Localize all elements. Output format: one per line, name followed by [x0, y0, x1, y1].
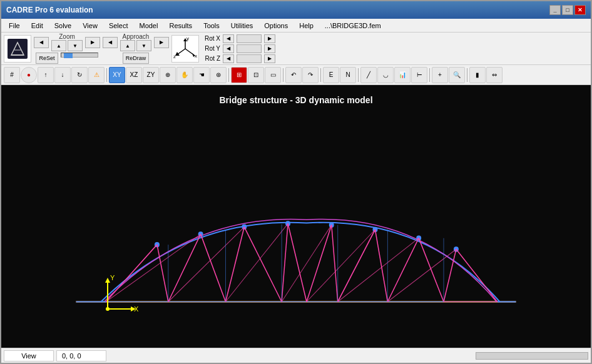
svg-text:Y: Y [110, 274, 115, 281]
title-bar: CADRE Pro 6 evaluation _ □ ✕ [1, 1, 591, 19]
menu-results[interactable]: Results [164, 21, 197, 31]
rot-x-label: Rot X [202, 35, 220, 42]
zoom-next-button[interactable]: ▶ [85, 37, 100, 48]
node-tool-button[interactable]: ⊡ [248, 67, 264, 83]
pan-tool-button[interactable]: ✋ [176, 67, 193, 83]
rot-y-row: Rot Y ◀ ▶ [202, 44, 275, 53]
grid2-tool-button[interactable]: ⊞ [231, 67, 247, 83]
menu-options[interactable]: Options [259, 21, 293, 31]
svg-text:x: x [195, 53, 197, 59]
redo-tool-button[interactable]: ↷ [302, 67, 319, 83]
menu-solve[interactable]: Solve [49, 21, 77, 31]
zoom-label: Zoom [59, 33, 75, 40]
rot-z-row: Rot Z ◀ ▶ [202, 54, 275, 63]
window-title: CADRE Pro 6 evaluation [6, 6, 93, 14]
pan2-tool-button[interactable]: ☚ [193, 67, 210, 83]
sep3 [283, 68, 283, 82]
approach-up-button[interactable]: ▲ [120, 40, 135, 51]
warn-tool-button[interactable]: ⚠ [88, 67, 105, 83]
rot-y-right-button[interactable]: ▶ [264, 44, 275, 53]
sep4 [320, 68, 321, 82]
rot-y-track[interactable] [237, 44, 262, 53]
globe-tool-button[interactable]: ⊛ [210, 67, 227, 83]
zoom-prev-button[interactable]: ◀ [34, 37, 49, 48]
up-tool-button[interactable]: ↑ [38, 67, 54, 83]
rot-x-row: Rot X ◀ ▶ [202, 34, 275, 43]
chart-tool-button[interactable]: 📊 [394, 67, 411, 83]
svg-line-36 [338, 230, 375, 302]
view-icon [6, 38, 29, 60]
arc-tool-button[interactable]: ◡ [377, 67, 394, 83]
grid-tool-button[interactable]: # [4, 67, 20, 83]
status-coords: 0, 0, 0 [56, 350, 106, 361]
menu-filename[interactable]: ...\BRIDGE3D.fem [320, 21, 386, 31]
approach-group: ◀ Approach ▲ ▼ ▶ ReDraw [103, 33, 169, 64]
svg-text:y: y [186, 36, 189, 41]
svg-line-37 [375, 230, 387, 302]
menu-view[interactable]: View [78, 21, 103, 31]
zoom-down-button[interactable]: ▼ [68, 40, 83, 51]
sep5 [358, 68, 359, 82]
reset-button[interactable]: ReSet [36, 53, 58, 64]
menu-tools[interactable]: Tools [198, 21, 225, 31]
zoom-top: ◀ Zoom ▲ ▼ ▶ [34, 33, 100, 51]
menu-edit[interactable]: Edit [26, 21, 48, 31]
plus-tool-button[interactable]: + [432, 67, 448, 83]
rot-y-left-button[interactable]: ◀ [223, 44, 234, 53]
svg-line-45 [282, 225, 332, 302]
rot-y-label: Rot Y [202, 45, 220, 52]
e-tool-button[interactable]: E [323, 67, 339, 83]
rotate-tool-button[interactable]: ↻ [71, 67, 88, 83]
menu-bar: File Edit Solve View Select Model Result… [1, 19, 591, 33]
approach-next-button[interactable]: ▶ [154, 37, 169, 48]
rect-tool-button[interactable]: ▭ [265, 67, 281, 83]
menu-select[interactable]: Select [104, 21, 133, 31]
rot-x-left-button[interactable]: ◀ [223, 34, 234, 43]
zoom-in-tool-button[interactable]: 🔍 [449, 67, 465, 83]
rot-z-label: Rot Z [202, 55, 220, 62]
approach-prev-button[interactable]: ◀ [103, 37, 118, 48]
n-tool-button[interactable]: N [340, 67, 356, 83]
svg-line-38 [387, 238, 419, 302]
svg-text:z: z [173, 54, 176, 59]
svg-line-29 [201, 234, 226, 301]
svg-line-41 [456, 250, 498, 302]
svg-point-62 [106, 307, 110, 311]
3d-tool-button[interactable]: ⊕ [160, 67, 176, 83]
undo-tool-button[interactable]: ↶ [285, 67, 302, 83]
maximize-button[interactable]: □ [562, 5, 573, 15]
menu-model[interactable]: Model [134, 21, 163, 31]
menu-file[interactable]: File [4, 21, 25, 31]
measure-tool-button[interactable]: ⊢ [411, 67, 427, 83]
svg-text:X: X [134, 305, 139, 313]
zoom-up-button[interactable]: ▲ [51, 40, 66, 51]
xz-tool-button[interactable]: XZ [126, 67, 142, 83]
axis-view-box: y x z [171, 35, 199, 63]
circle-tool-button[interactable]: ● [21, 67, 37, 83]
rot-z-right-button[interactable]: ▶ [264, 54, 275, 63]
approach-label: Approach [123, 33, 150, 40]
close-button[interactable]: ✕ [574, 5, 586, 15]
canvas-area[interactable]: Bridge structure - 3D dynamic model [1, 85, 591, 348]
status-scrollbar[interactable] [476, 352, 588, 360]
zoom-group: ◀ Zoom ▲ ▼ ▶ ReSet [34, 33, 100, 64]
rot-z-track[interactable] [237, 54, 262, 63]
menu-help[interactable]: Help [294, 21, 319, 31]
minimize-button[interactable]: _ [549, 5, 561, 15]
move-tool-button[interactable]: ⇔ [486, 67, 503, 83]
rot-x-track[interactable] [237, 34, 262, 43]
status-view-label: View [4, 350, 54, 361]
bar-tool-button[interactable]: ▮ [469, 67, 486, 83]
approach-down-button[interactable]: ▼ [136, 40, 151, 51]
rot-z-left-button[interactable]: ◀ [223, 54, 234, 63]
redraw-button[interactable]: ReDraw [123, 53, 150, 64]
svg-line-33 [288, 224, 307, 302]
zy-tool-button[interactable]: ZY [143, 67, 159, 83]
down-tool-button[interactable]: ↓ [54, 67, 71, 83]
menu-utilities[interactable]: Utilities [226, 21, 258, 31]
rot-x-right-button[interactable]: ▶ [264, 34, 275, 43]
zoom-slider[interactable] [61, 53, 98, 58]
line-tool-button[interactable]: ╱ [360, 67, 377, 83]
xy-tool-button[interactable]: XY [109, 67, 125, 83]
svg-point-16 [198, 231, 203, 236]
